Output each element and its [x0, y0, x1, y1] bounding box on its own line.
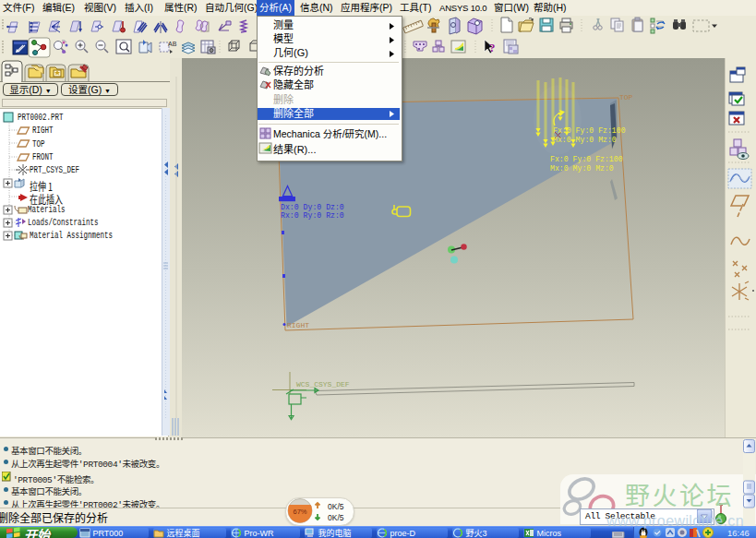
svg-text:0K/5: 0K/5	[328, 502, 344, 511]
svg-text:Fx:0 Fy:0 Fz:100: Fx:0 Fy:0 Fz:100	[553, 126, 626, 135]
svg-text:Dx:0 Dy:0 Dz:0: Dx:0 Dy:0 Dz:0	[281, 203, 344, 211]
svg-text:Mx:0 My:0 Mz:0: Mx:0 My:0 Mz:0	[553, 136, 617, 144]
svg-text:RIGHT: RIGHT	[287, 321, 309, 329]
svg-text:AB: AB	[168, 41, 177, 47]
svg-text:TOP: TOP	[619, 93, 633, 102]
svg-text:0K/5: 0K/5	[328, 513, 344, 522]
svg-text:67%: 67%	[293, 508, 306, 516]
svg-text:野火论坛: 野火论坛	[625, 476, 734, 512]
svg-text:www.proewildfire.cn: www.proewildfire.cn	[606, 513, 744, 529]
svg-text:WCS_CSYS_DEF: WCS_CSYS_DEF	[296, 380, 350, 389]
svg-text:Mx:0 My:0 Mz:0: Mx:0 My:0 Mz:0	[550, 164, 614, 173]
svg-text:Fx:0 Fy:0 Fz:100: Fx:0 Fy:0 Fz:100	[550, 155, 623, 163]
svg-text:Rx:0 Ry:0 Rz:0: Rx:0 Ry:0 Rz:0	[281, 211, 344, 220]
svg-text:?: ?	[489, 41, 496, 54]
